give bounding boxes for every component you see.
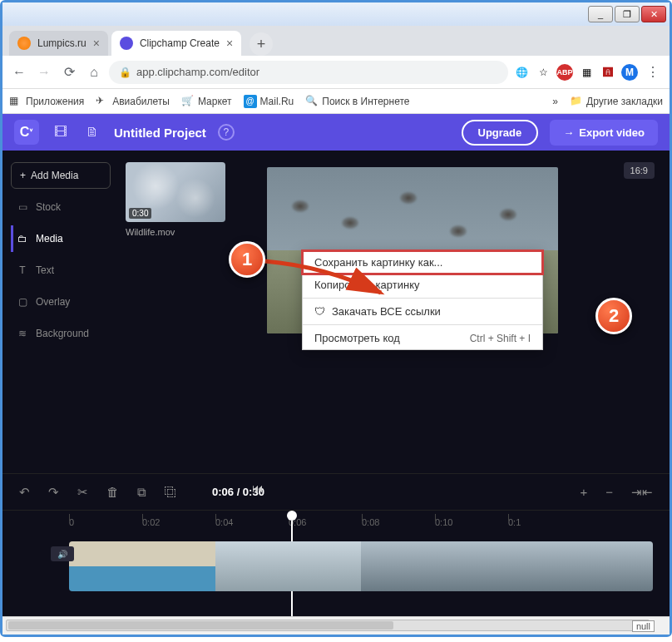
apps-icon: ▦: [9, 95, 22, 108]
status-null: null: [632, 620, 655, 632]
ruler-tick: 0:04: [215, 517, 289, 527]
clip-segment[interactable]: [361, 541, 507, 591]
export-arrow-icon: →: [563, 126, 574, 139]
context-save-image[interactable]: Сохранить картинку как...: [303, 251, 542, 274]
aspect-ratio-chip[interactable]: 16:9: [624, 162, 655, 179]
ruler-tick: 0:1: [508, 517, 581, 527]
text-icon: T: [16, 264, 29, 277]
plus-icon: +: [20, 170, 26, 181]
prev-frame-button[interactable]: ⏮: [252, 482, 264, 495]
delete-button[interactable]: 🗑: [106, 485, 119, 499]
bookmark-market[interactable]: 🛒Маркет: [181, 95, 232, 108]
media-panel: 0:30 Wildlife.mov: [119, 151, 252, 473]
menu-icon[interactable]: ⋮: [643, 62, 663, 82]
playback-controls: ⏮: [252, 482, 264, 495]
zoom-out-button[interactable]: −: [605, 485, 613, 499]
audio-toggle[interactable]: 🔊: [51, 546, 74, 561]
star-icon[interactable]: ☆: [535, 64, 551, 81]
status-bar: null: [2, 616, 670, 635]
redo-button[interactable]: ↷: [48, 485, 59, 500]
media-icon: 🗀: [16, 232, 29, 245]
home-button[interactable]: ⌂: [84, 62, 104, 82]
context-download-all[interactable]: 🛡Закачать ВСЕ ссылки: [303, 300, 542, 323]
rail-text[interactable]: TText: [11, 257, 111, 284]
clip-segment[interactable]: [215, 541, 362, 591]
browser-tab-lumpics[interactable]: Lumpics.ru ×: [9, 31, 108, 56]
new-tab-button[interactable]: +: [250, 32, 273, 56]
cart-icon: 🛒: [181, 95, 195, 108]
context-separator: [303, 298, 542, 299]
project-title[interactable]: Untitled Project: [114, 126, 206, 140]
add-media-button[interactable]: +Add Media: [11, 162, 111, 189]
zoom-in-button[interactable]: +: [580, 485, 587, 499]
reload-button[interactable]: ⟳: [59, 62, 79, 82]
upgrade-button[interactable]: Upgrade: [462, 120, 539, 146]
timeline-ruler[interactable]: 0 0:02 0:04 0:06 0:08 0:10 0:1: [2, 510, 670, 533]
pdf-icon[interactable]: 🅰: [600, 64, 616, 81]
video-track[interactable]: [69, 541, 653, 591]
bookmark-other[interactable]: 📁Другие закладки: [570, 95, 663, 108]
horizontal-scrollbar[interactable]: [6, 620, 650, 631]
browser-tab-clipchamp[interactable]: Clipchamp Create ×: [111, 31, 241, 56]
bookmark-avia[interactable]: ✈Авиабилеты: [96, 95, 170, 108]
window-minimize-button[interactable]: _: [588, 6, 613, 22]
plane-icon: ✈: [96, 95, 109, 108]
clip-segment[interactable]: [507, 541, 654, 591]
extension-icon[interactable]: ▦: [578, 64, 595, 81]
clip-segment[interactable]: [69, 541, 215, 591]
tab-close-icon[interactable]: ×: [226, 37, 233, 50]
ruler-tick: 0:02: [142, 517, 215, 527]
fit-button[interactable]: ⇥⇤: [631, 485, 653, 500]
address-bar[interactable]: 🔒 app.clipchamp.com/editor: [109, 61, 508, 84]
duplicate-button[interactable]: ⿻: [165, 485, 177, 499]
file-icon[interactable]: 🗎: [82, 122, 102, 142]
window-frame: _ ❐ ✕ Lumpics.ru × Clipchamp Create × + …: [0, 0, 672, 637]
scrollbar-thumb[interactable]: [8, 621, 393, 630]
left-rail: +Add Media ▭Stock 🗀Media TText ▢Overlay …: [2, 151, 119, 473]
bookmark-search[interactable]: 🔍Поиск в Интернете: [305, 95, 409, 108]
undo-button[interactable]: ↶: [19, 485, 30, 500]
timeline-toolbar: ↶ ↷ ✂ 🗑 ⧉ ⿻ 0:06 / 0:30 + − ⇥⇤: [2, 473, 670, 510]
back-button[interactable]: ←: [9, 62, 29, 82]
adblock-icon[interactable]: ABP: [556, 64, 573, 81]
help-icon[interactable]: ?: [218, 124, 235, 141]
rail-background[interactable]: ≋Background: [11, 320, 111, 347]
window-maximize-button[interactable]: ❐: [615, 6, 640, 22]
overlay-icon: ▢: [16, 295, 29, 309]
annotation-marker-2: 2: [595, 298, 632, 334]
app-shell: C ˅ 🎞 🗎 Untitled Project ? Upgrade →Expo…: [2, 114, 670, 616]
rail-stock[interactable]: ▭Stock: [11, 194, 111, 220]
forward-button[interactable]: →: [34, 62, 54, 82]
media-thumbnail[interactable]: 0:30: [126, 162, 225, 222]
chevron-right-icon[interactable]: »: [552, 96, 558, 107]
browser-tab-strip: Lumpics.ru × Clipchamp Create × +: [2, 26, 670, 56]
thumbnail-filename: Wildlife.mov: [126, 227, 245, 237]
favicon-lumpics: [17, 37, 31, 50]
context-separator: [303, 324, 542, 325]
cut-button[interactable]: ✂: [77, 485, 88, 500]
thumbnail-duration: 0:30: [129, 208, 151, 219]
playhead[interactable]: [287, 511, 297, 521]
chevron-down-icon: ˅: [29, 128, 33, 137]
translate-icon[interactable]: 🌐: [513, 64, 530, 81]
bookmark-bar: ▦Приложения ✈Авиабилеты 🛒Маркет @Mail.Ru…: [2, 89, 670, 114]
folder-icon: 📁: [570, 95, 583, 108]
lock-icon: 🔒: [119, 67, 131, 78]
rail-media[interactable]: 🗀Media: [11, 225, 111, 252]
shortcut-label: Ctrl + Shift + I: [470, 333, 531, 344]
video-icon[interactable]: 🎞: [51, 122, 71, 142]
bookmark-apps[interactable]: ▦Приложения: [9, 95, 84, 108]
copy-button[interactable]: ⧉: [137, 485, 146, 500]
bookmark-mail[interactable]: @Mail.Ru: [244, 95, 294, 108]
context-inspect[interactable]: Просмотреть кодCtrl + Shift + I: [303, 327, 542, 349]
window-close-button[interactable]: ✕: [641, 6, 666, 22]
annotation-marker-1: 1: [229, 241, 265, 278]
tab-close-icon[interactable]: ×: [93, 37, 100, 50]
window-titlebar: _ ❐ ✕: [2, 2, 670, 26]
app-logo[interactable]: C ˅: [14, 120, 39, 145]
context-copy-image[interactable]: Копировать картинку: [303, 274, 542, 296]
rail-overlay[interactable]: ▢Overlay: [11, 289, 111, 315]
favicon-clipchamp: [120, 37, 133, 50]
export-button[interactable]: →Export video: [550, 120, 658, 146]
profile-icon[interactable]: M: [621, 64, 638, 81]
